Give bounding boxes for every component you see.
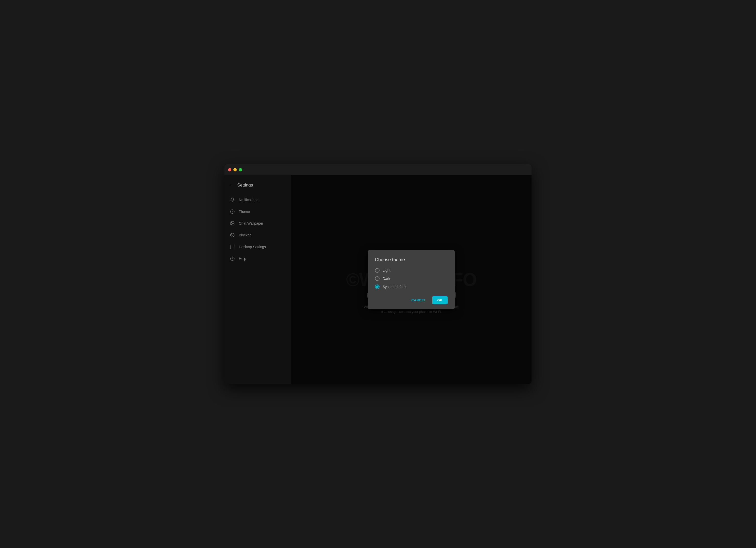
sidebar-item-theme[interactable]: Theme: [224, 206, 291, 218]
sidebar: ← Settings Notifications: [224, 175, 291, 384]
settings-header: ← Settings: [224, 180, 291, 194]
svg-line-6: [231, 234, 234, 237]
sidebar-item-help[interactable]: Help: [224, 253, 291, 265]
system-default-radio[interactable]: [375, 284, 380, 289]
system-default-label: System default: [383, 285, 406, 289]
dialog-actions: CANCEL OK: [375, 296, 448, 304]
dark-label: Dark: [383, 276, 390, 280]
maximize-button[interactable]: [239, 168, 242, 172]
traffic-lights: [228, 168, 242, 172]
dialog-title: Choose theme: [375, 257, 448, 263]
theme-radio-group: Light Dark System default: [375, 268, 448, 289]
theme-option-light[interactable]: Light: [375, 268, 448, 273]
theme-label: Theme: [239, 210, 250, 214]
cancel-button[interactable]: CANCEL: [408, 296, 429, 304]
back-button[interactable]: ←: [230, 183, 234, 188]
ok-button[interactable]: OK: [432, 296, 448, 304]
right-panel: ©WABETAINFO Keep you: [291, 175, 532, 384]
minimize-button[interactable]: [233, 168, 237, 172]
dark-radio[interactable]: [375, 276, 380, 281]
light-radio[interactable]: [375, 268, 380, 273]
desktop-settings-icon: [230, 244, 235, 250]
modal-overlay: Choose theme Light Dark: [291, 175, 532, 384]
help-label: Help: [239, 257, 246, 261]
sidebar-item-desktop-settings[interactable]: Desktop Settings: [224, 241, 291, 253]
theme-option-system-default[interactable]: System default: [375, 284, 448, 289]
blocked-icon: [230, 232, 235, 238]
svg-point-4: [231, 222, 232, 223]
notifications-icon: [230, 197, 235, 203]
light-label: Light: [383, 269, 390, 273]
choose-theme-dialog: Choose theme Light Dark: [368, 250, 455, 309]
app-window: ← Settings Notifications: [224, 164, 532, 384]
theme-icon: [230, 209, 235, 215]
notifications-label: Notifications: [239, 198, 258, 202]
sidebar-item-chat-wallpaper[interactable]: Chat Wallpaper: [224, 218, 291, 229]
help-icon: [230, 256, 235, 262]
title-bar: [224, 164, 532, 175]
close-button[interactable]: [228, 168, 231, 172]
blocked-label: Blocked: [239, 233, 252, 237]
chat-wallpaper-label: Chat Wallpaper: [239, 221, 263, 226]
sidebar-item-notifications[interactable]: Notifications: [224, 194, 291, 206]
chat-wallpaper-icon: [230, 221, 235, 226]
desktop-settings-label: Desktop Settings: [239, 245, 266, 249]
main-content: ← Settings Notifications: [224, 175, 532, 384]
settings-title: Settings: [237, 183, 253, 188]
theme-option-dark[interactable]: Dark: [375, 276, 448, 281]
sidebar-item-blocked[interactable]: Blocked: [224, 229, 291, 241]
